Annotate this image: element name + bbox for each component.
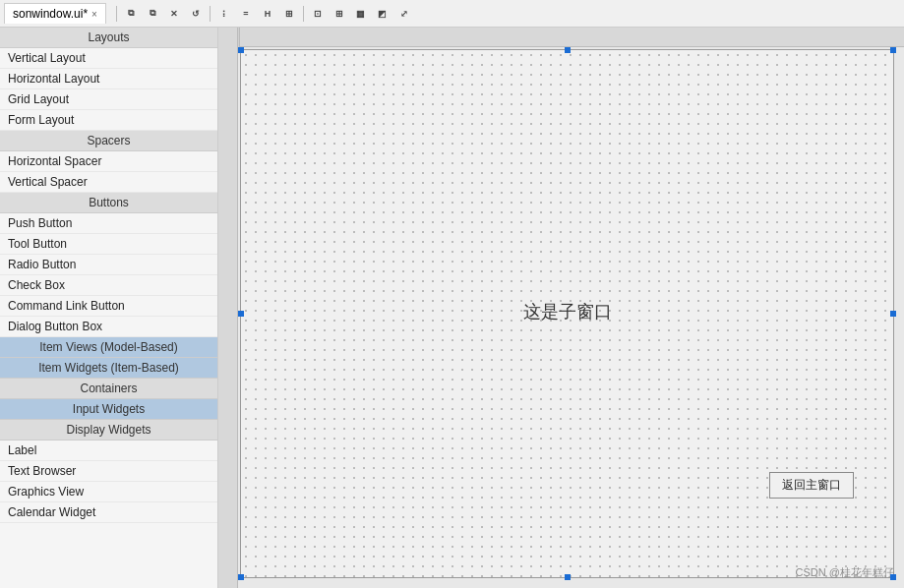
toolbar-copy-btn[interactable]: ⧉ <box>121 4 141 24</box>
category-item-views: Item Views (Model-Based) <box>0 337 217 358</box>
item-dialog-button-box[interactable]: Dialog Button Box <box>0 317 217 337</box>
handle-bottom-right[interactable] <box>890 574 896 580</box>
item-check-box[interactable]: Check Box <box>0 275 217 296</box>
toolbar-separator-2 <box>210 6 211 22</box>
item-tool-button[interactable]: Tool Button <box>0 234 217 255</box>
item-label[interactable]: Label <box>0 441 217 461</box>
toolbar-grid3-btn[interactable]: ▦ <box>351 4 371 24</box>
toolbar-align-h-btn[interactable]: = <box>236 4 256 24</box>
item-horizontal-spacer[interactable]: Horizontal Spacer <box>0 151 217 172</box>
item-push-button[interactable]: Push Button <box>0 213 217 234</box>
item-vertical-layout[interactable]: Vertical Layout <box>0 48 217 69</box>
category-display-widgets: Display Widgets <box>0 420 217 441</box>
category-input-widgets: Input Widgets <box>0 399 217 420</box>
item-vertical-spacer[interactable]: Vertical Spacer <box>0 172 217 193</box>
item-grid-layout[interactable]: Grid Layout <box>0 89 217 110</box>
handle-top-left[interactable] <box>238 47 244 53</box>
handle-mid-left[interactable] <box>238 311 244 317</box>
handle-bottom-left[interactable] <box>238 574 244 580</box>
toolbar-separator-3 <box>303 6 304 22</box>
canvas-inner[interactable]: 这是子窗口 返回主窗口 <box>240 49 894 578</box>
toolbar-expand-btn[interactable]: ⤢ <box>394 4 414 24</box>
toolbar: ⧉ ⧉ ✕ ↺ ⫶ = H ⊞ ⊡ ⊞ ▦ ◩ ⤢ <box>114 4 414 24</box>
main-layout: Layouts Vertical Layout Horizontal Layou… <box>0 28 904 588</box>
handle-top-right[interactable] <box>890 47 896 53</box>
toolbar-grid-btn[interactable]: ⊞ <box>279 4 299 24</box>
canvas-center-text: 这是子窗口 <box>523 300 612 323</box>
tab[interactable]: sonwindow.ui* × <box>4 3 106 24</box>
toolbar-paste-btn[interactable]: ⧉ <box>143 4 162 24</box>
toolbar-split-btn[interactable]: ◩ <box>373 4 392 24</box>
top-bar: sonwindow.ui* × ⧉ ⧉ ✕ ↺ ⫶ = H ⊞ ⊡ ⊞ ▦ ◩ … <box>0 0 904 28</box>
item-text-browser[interactable]: Text Browser <box>0 461 217 482</box>
canvas-area: 这是子窗口 返回主窗口 CSDN @桂花年糕仔 <box>218 28 904 588</box>
item-horizontal-layout[interactable]: Horizontal Layout <box>0 69 217 89</box>
category-item-widgets: Item Widgets (Item-Based) <box>0 358 217 379</box>
ruler-horizontal <box>240 28 904 47</box>
toolbar-dot-btn[interactable]: ⊡ <box>308 4 328 24</box>
item-graphics-view[interactable]: Graphics View <box>0 482 217 502</box>
handle-top-mid[interactable] <box>565 47 571 53</box>
item-form-layout[interactable]: Form Layout <box>0 110 217 131</box>
category-containers: Containers <box>0 379 217 399</box>
handle-bottom-mid[interactable] <box>565 574 571 580</box>
item-radio-button[interactable]: Radio Button <box>0 255 217 275</box>
watermark: CSDN @桂花年糕仔 <box>796 565 894 580</box>
toolbar-align-h2-btn[interactable]: H <box>258 4 277 24</box>
return-button[interactable]: 返回主窗口 <box>769 472 854 499</box>
item-calendar-widget[interactable]: Calendar Widget <box>0 502 217 523</box>
handle-mid-right[interactable] <box>890 311 896 317</box>
category-spacers: Spacers <box>0 131 217 151</box>
toolbar-cut-btn[interactable]: ✕ <box>164 4 184 24</box>
category-layouts: Layouts <box>0 28 217 48</box>
toolbar-separator <box>116 6 117 22</box>
item-command-link-button[interactable]: Command Link Button <box>0 296 217 317</box>
category-buttons: Buttons <box>0 193 217 213</box>
tab-close-button[interactable]: × <box>91 9 97 20</box>
toolbar-undo-btn[interactable]: ↺ <box>186 4 206 24</box>
ruler-vertical <box>218 28 238 588</box>
toolbar-grid2-btn[interactable]: ⊞ <box>330 4 349 24</box>
tab-label: sonwindow.ui* <box>13 7 88 21</box>
left-panel: Layouts Vertical Layout Horizontal Layou… <box>0 28 218 588</box>
toolbar-align-v-btn[interactable]: ⫶ <box>214 4 234 24</box>
